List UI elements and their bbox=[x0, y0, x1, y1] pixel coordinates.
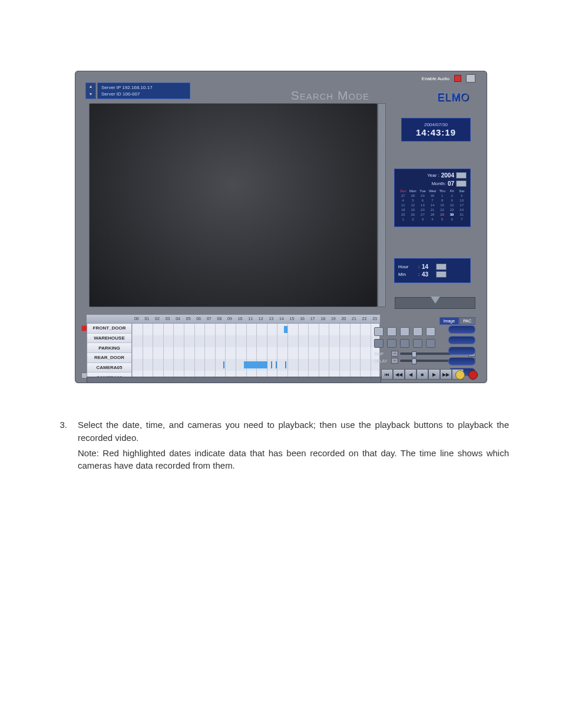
clip-marker[interactable] bbox=[223, 361, 224, 368]
playhead-slider[interactable] bbox=[395, 297, 475, 309]
camera-label: WAREHOUSE bbox=[87, 334, 131, 344]
refresh-icon[interactable] bbox=[426, 327, 435, 336]
print-icon[interactable] bbox=[374, 339, 384, 348]
clip-marker[interactable] bbox=[244, 361, 267, 368]
camera-label: REAR_DOOR bbox=[87, 353, 131, 363]
mode-title: Search Mode bbox=[75, 88, 381, 103]
year-stepper[interactable] bbox=[456, 172, 467, 179]
grid-icon[interactable] bbox=[374, 327, 384, 336]
step-body: Select the date, time, and cameras you n… bbox=[78, 419, 509, 472]
timeline-h-scrollbar[interactable] bbox=[87, 377, 381, 383]
timeline-body[interactable]: FRONT_DOOR WAREHOUSE PARKING REAR_DOOR C… bbox=[87, 323, 380, 383]
brand-logo: ELMO bbox=[437, 91, 470, 104]
preset-button[interactable] bbox=[448, 336, 475, 344]
timeline: 0001020304050607080910111213141516171819… bbox=[87, 315, 380, 383]
month-row: Month: 07 bbox=[398, 180, 467, 187]
transport-controls: ⏮ ◀◀ ◀ ■ ▶ ▶▶ ⏭ bbox=[381, 369, 464, 380]
step-forward-button[interactable]: ▶ bbox=[428, 369, 440, 380]
preset-button[interactable] bbox=[448, 357, 475, 365]
audio-toggle-icon[interactable] bbox=[454, 75, 461, 82]
tab-image[interactable]: Image bbox=[439, 317, 459, 325]
step-text-1: Select the date, time, and cameras you n… bbox=[78, 419, 509, 444]
clock-panel: 2004/07/30 14:43:19 bbox=[401, 118, 471, 141]
preset-button[interactable] bbox=[448, 325, 475, 334]
preset-button[interactable] bbox=[448, 347, 475, 355]
step-3: 3. Select the date, time, and cameras yo… bbox=[53, 419, 509, 472]
export-icon[interactable] bbox=[413, 339, 422, 348]
time-select-panel: Hour : 14 Min : 43 bbox=[394, 258, 471, 283]
tool-panel: Image PAC SKIP − bbox=[374, 317, 475, 365]
window-control-icon[interactable] bbox=[466, 74, 475, 83]
tool-tabs[interactable]: Image PAC bbox=[374, 317, 475, 325]
document-page: Enable Audio ▲▼ Server IP 192.168.10.17 … bbox=[0, 0, 562, 496]
calendar-panel: Year : 2004 Month: 07 Sun Mon Tue Wed Th… bbox=[394, 169, 471, 227]
top-bar: Enable Audio bbox=[422, 74, 475, 83]
clip-marker[interactable] bbox=[284, 326, 287, 333]
delay-minus[interactable]: − bbox=[391, 358, 398, 364]
tab-pac[interactable]: PAC bbox=[459, 317, 475, 325]
month-stepper[interactable] bbox=[456, 180, 467, 187]
clip-marker[interactable] bbox=[271, 361, 272, 368]
step-text-2: Note: Red highlighted dates indicate dat… bbox=[78, 447, 509, 473]
camera-labels[interactable]: FRONT_DOOR WAREHOUSE PARKING REAR_DOOR C… bbox=[87, 324, 132, 383]
enable-audio-label: Enable Audio bbox=[422, 76, 449, 81]
camera-label: CAMERA05 bbox=[87, 363, 131, 373]
power-icon[interactable] bbox=[468, 370, 478, 380]
clock-date: 2004/07/30 bbox=[402, 122, 470, 127]
minute-stepper[interactable] bbox=[436, 271, 447, 278]
brightness-icon[interactable] bbox=[400, 327, 409, 336]
first-button[interactable]: ⏮ bbox=[381, 369, 393, 380]
tool-icon[interactable] bbox=[426, 339, 435, 348]
video-scrollbar[interactable] bbox=[378, 103, 386, 307]
camera-label: PARKING bbox=[87, 343, 131, 353]
year-row: Year : 2004 bbox=[398, 172, 467, 179]
save-icon[interactable] bbox=[400, 339, 409, 348]
hour-stepper[interactable] bbox=[436, 263, 447, 270]
help-icon[interactable] bbox=[455, 370, 465, 380]
camera-label: FRONT_DOOR bbox=[87, 324, 131, 334]
stop-button[interactable]: ■ bbox=[416, 369, 428, 380]
video-viewport bbox=[89, 103, 378, 307]
step-back-button[interactable]: ◀ bbox=[405, 369, 416, 380]
calendar-grid[interactable]: Sun Mon Tue Wed Thu Fri Sat 27282930123 … bbox=[398, 189, 467, 222]
timeline-hours: 0001020304050607080910111213141516171819… bbox=[87, 315, 380, 323]
clip-marker[interactable] bbox=[285, 361, 286, 368]
step-number: 3. bbox=[53, 419, 67, 472]
bookmark-icon[interactable] bbox=[387, 339, 396, 348]
zoom-icon[interactable] bbox=[387, 327, 396, 336]
settings-icon[interactable] bbox=[413, 327, 422, 336]
rewind-button[interactable]: ◀◀ bbox=[393, 369, 405, 380]
search-mode-app: Enable Audio ▲▼ Server IP 192.168.10.17 … bbox=[75, 71, 487, 383]
skip-minus[interactable]: − bbox=[391, 351, 398, 357]
end-icons bbox=[455, 370, 478, 380]
fast-forward-button[interactable]: ▶▶ bbox=[440, 369, 452, 380]
timeline-grid[interactable] bbox=[132, 324, 379, 383]
clock-time: 14:43:19 bbox=[402, 127, 470, 137]
clip-marker[interactable] bbox=[276, 361, 277, 368]
timeline-scroll-markers[interactable] bbox=[81, 325, 86, 378]
